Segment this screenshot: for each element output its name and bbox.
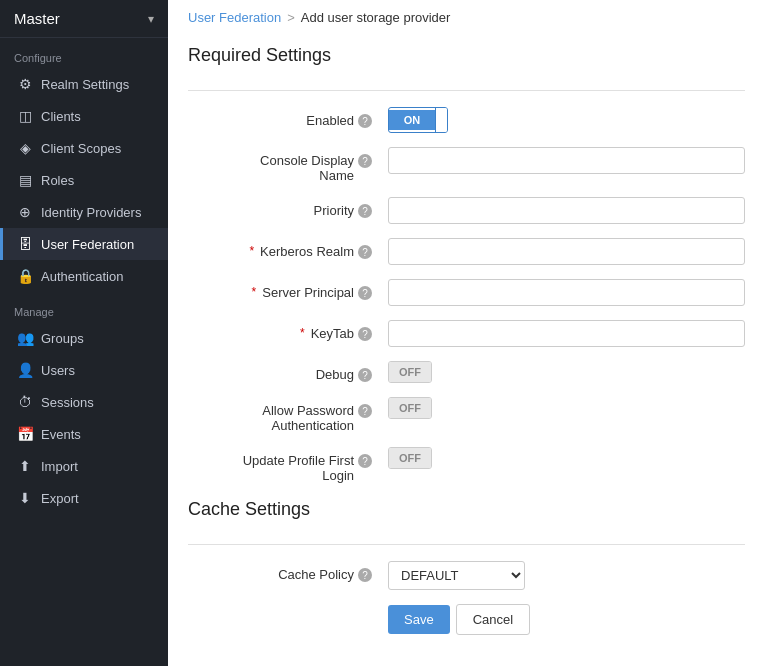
sidebar-item-groups[interactable]: 👥 Groups (0, 322, 168, 354)
master-realm-selector[interactable]: Master ▾ (0, 0, 168, 38)
console-display-name-group: Console DisplayName ? kerberos (188, 147, 745, 183)
sidebar-item-label: Roles (41, 173, 74, 188)
breadcrumb-separator: > (287, 10, 295, 25)
client-scopes-icon: ◈ (17, 140, 33, 156)
sidebar-item-label: Client Scopes (41, 141, 121, 156)
server-principal-group: * Server Principal ? (188, 279, 745, 306)
console-display-name-help-icon[interactable]: ? (358, 154, 372, 168)
cache-policy-select[interactable]: DEFAULT EVICT_WEEKLY EVICT_DAILY MAX_LIF… (388, 561, 525, 590)
debug-toggle[interactable]: OFF (388, 361, 432, 383)
priority-help-icon[interactable]: ? (358, 204, 372, 218)
sidebar-item-user-federation[interactable]: 🗄 User Federation (0, 228, 168, 260)
breadcrumb: User Federation > Add user storage provi… (168, 0, 765, 35)
cache-policy-control: DEFAULT EVICT_WEEKLY EVICT_DAILY MAX_LIF… (388, 561, 745, 590)
clients-icon: ◫ (17, 108, 33, 124)
priority-control: 0 (388, 197, 745, 224)
allow-password-auth-group: Allow PasswordAuthentication ? OFF (188, 397, 745, 433)
sidebar-item-realm-settings[interactable]: ⚙ Realm Settings (0, 68, 168, 100)
console-display-name-control: kerberos (388, 147, 745, 174)
manage-section-title: Manage (0, 292, 168, 322)
users-icon: 👤 (17, 362, 33, 378)
cancel-button[interactable]: Cancel (456, 604, 530, 635)
priority-group: Priority ? 0 (188, 197, 745, 224)
keytab-group: * KeyTab ? (188, 320, 745, 347)
sidebar-item-clients[interactable]: ◫ Clients (0, 100, 168, 132)
enabled-control: ON (388, 107, 745, 133)
save-button[interactable]: Save (388, 605, 450, 634)
sidebar-item-client-scopes[interactable]: ◈ Client Scopes (0, 132, 168, 164)
server-principal-input[interactable] (388, 279, 745, 306)
debug-group: Debug ? OFF (188, 361, 745, 383)
authentication-icon: 🔒 (17, 268, 33, 284)
update-profile-first-login-toggle[interactable]: OFF (388, 447, 432, 469)
export-icon: ⬇ (17, 490, 33, 506)
breadcrumb-link[interactable]: User Federation (188, 10, 281, 25)
debug-off-label: OFF (389, 362, 431, 382)
debug-label: Debug ? (188, 361, 388, 382)
cache-policy-help-icon[interactable]: ? (358, 568, 372, 582)
keytab-input[interactable] (388, 320, 745, 347)
cache-settings-title: Cache Settings (188, 499, 745, 528)
sidebar-item-identity[interactable]: ⊕ Identity Providers (0, 196, 168, 228)
kerberos-realm-label: * Kerberos Realm ? (188, 238, 388, 259)
sidebar-item-label: Identity Providers (41, 205, 141, 220)
sidebar-item-label: Realm Settings (41, 77, 129, 92)
update-profile-first-login-help-icon[interactable]: ? (358, 454, 372, 468)
breadcrumb-current: Add user storage provider (301, 10, 451, 25)
import-icon: ⬆ (17, 458, 33, 474)
groups-icon: 👥 (17, 330, 33, 346)
allow-password-auth-help-icon[interactable]: ? (358, 404, 372, 418)
update-profile-first-login-group: Update Profile FirstLogin ? OFF (188, 447, 745, 483)
server-principal-control (388, 279, 745, 306)
sidebar-item-label: Import (41, 459, 78, 474)
identity-icon: ⊕ (17, 204, 33, 220)
sidebar-item-label: Clients (41, 109, 81, 124)
kerberos-realm-group: * Kerberos Realm ? (188, 238, 745, 265)
server-principal-help-icon[interactable]: ? (358, 286, 372, 300)
enabled-toggle[interactable]: ON (388, 107, 448, 133)
priority-label: Priority ? (188, 197, 388, 218)
sidebar-item-users[interactable]: 👤 Users (0, 354, 168, 386)
sidebar-item-export[interactable]: ⬇ Export (0, 482, 168, 514)
enabled-toggle-handle (435, 108, 447, 132)
kerberos-realm-input[interactable] (388, 238, 745, 265)
form-actions: Save Cancel (188, 604, 745, 635)
sidebar-item-events[interactable]: 📅 Events (0, 418, 168, 450)
sidebar-item-sessions[interactable]: ⏱ Sessions (0, 386, 168, 418)
sessions-icon: ⏱ (17, 394, 33, 410)
kerberos-realm-help-icon[interactable]: ? (358, 245, 372, 259)
enabled-on-label: ON (389, 110, 435, 130)
keytab-help-icon[interactable]: ? (358, 327, 372, 341)
enabled-group: Enabled ? ON (188, 107, 745, 133)
server-principal-label: * Server Principal ? (188, 279, 388, 300)
sidebar-item-roles[interactable]: ▤ Roles (0, 164, 168, 196)
user-federation-icon: 🗄 (17, 236, 33, 252)
keytab-control (388, 320, 745, 347)
kerberos-realm-control (388, 238, 745, 265)
enabled-label: Enabled ? (188, 107, 388, 128)
sidebar-item-label: Events (41, 427, 81, 442)
enabled-help-icon[interactable]: ? (358, 114, 372, 128)
cache-policy-label: Cache Policy ? (188, 561, 388, 582)
allow-password-auth-label: Allow PasswordAuthentication ? (188, 397, 388, 433)
allow-password-auth-toggle[interactable]: OFF (388, 397, 432, 419)
sidebar-item-authentication[interactable]: 🔒 Authentication (0, 260, 168, 292)
keytab-label: * KeyTab ? (188, 320, 388, 341)
sidebar-item-import[interactable]: ⬆ Import (0, 450, 168, 482)
cache-settings-divider (188, 544, 745, 545)
master-chevron-icon: ▾ (148, 12, 154, 26)
cache-policy-group: Cache Policy ? DEFAULT EVICT_WEEKLY EVIC… (188, 561, 745, 590)
allow-password-auth-control: OFF (388, 397, 745, 419)
update-profile-first-login-off-label: OFF (389, 448, 431, 468)
console-display-name-input[interactable]: kerberos (388, 147, 745, 174)
console-display-name-label: Console DisplayName ? (188, 147, 388, 183)
configure-section-title: Configure (0, 38, 168, 68)
sidebar-item-label: User Federation (41, 237, 134, 252)
sidebar-item-label: Sessions (41, 395, 94, 410)
debug-help-icon[interactable]: ? (358, 368, 372, 382)
debug-control: OFF (388, 361, 745, 383)
realm-settings-icon: ⚙ (17, 76, 33, 92)
required-settings-title: Required Settings (188, 45, 745, 74)
update-profile-first-login-control: OFF (388, 447, 745, 469)
priority-input[interactable]: 0 (388, 197, 745, 224)
